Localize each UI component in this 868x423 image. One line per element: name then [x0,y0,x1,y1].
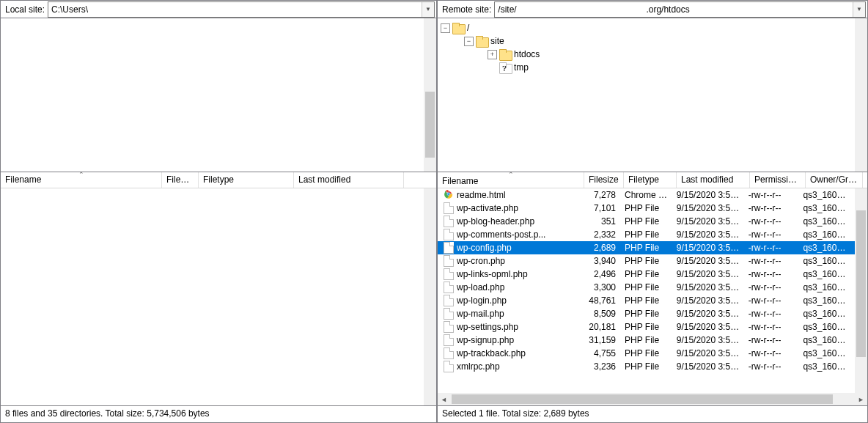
table-row[interactable]: xmlrpc.php3,236PHP File9/15/2020 3:56:..… [438,360,855,373]
cell-filesize: 2,496 [581,269,620,279]
cell-owner: qs3_160015... [798,361,855,372]
cell-lastmod: 9/15/2020 3:56:... [672,229,744,240]
col-lastmodified[interactable]: Last modified [677,172,750,188]
chevron-down-icon[interactable]: ▼ [853,2,865,17]
remote-site-label: Remote site: [438,4,494,15]
remote-list-body[interactable]: readme.html7,278Chrome H...9/15/2020 3:5… [438,188,867,405]
cell-lastmod: 9/15/2020 3:56:... [672,203,744,213]
cell-filesize: 2,689 [581,243,620,253]
tree-node-site[interactable]: − site [441,34,855,48]
cell-filesize: 48,761 [581,295,620,306]
table-row[interactable]: wp-login.php48,761PHP File9/15/2020 3:56… [438,294,855,307]
remote-tree[interactable]: − / − site + htdocs [438,18,867,172]
col-filetype[interactable]: Filetype [199,172,294,188]
scrollbar-vertical[interactable] [424,18,436,172]
local-list-body[interactable] [1,188,436,405]
cell-permissions: -rw-r--r-- [744,190,799,200]
table-row[interactable]: wp-links-opml.php2,496PHP File9/15/2020 … [438,268,855,281]
col-ownergroup[interactable]: Owner/Group [806,172,863,188]
col-permissions[interactable]: Permissions [750,172,806,188]
cell-filetype: PHP File [620,361,672,372]
cell-owner: qs3_160015... [798,309,855,319]
cell-filetype: PHP File [620,282,672,293]
cell-filename: wp-links-opml.php [438,268,581,280]
file-icon [444,282,454,293]
tree-node-tmp[interactable]: ? tmp [441,61,855,74]
cell-lastmod: 9/15/2020 3:56:... [672,243,744,253]
local-path-input[interactable] [48,4,422,15]
cell-filesize: 3,236 [581,361,620,372]
scroll-right-icon[interactable]: ► [855,393,867,405]
cell-filename: wp-login.php [438,295,581,306]
collapse-icon[interactable]: − [441,23,450,33]
cell-filename: wp-trackback.php [438,347,581,359]
table-row[interactable]: wp-blog-header.php351PHP File9/15/2020 3… [438,215,855,228]
file-icon [444,295,454,306]
cell-lastmod: 9/15/2020 3:56:... [672,282,744,293]
remote-path-combo[interactable]: ▼ [494,1,866,18]
col-filesize[interactable]: Filesize [162,172,199,188]
col-filetype[interactable]: Filetype [624,172,677,188]
cell-permissions: -rw-r--r-- [744,269,799,279]
cell-filesize: 3,940 [581,256,620,266]
scrollbar-vertical[interactable] [855,188,867,405]
cell-lastmod: 9/15/2020 3:56:... [672,216,744,227]
col-filename[interactable]: Filename [438,172,584,188]
table-row[interactable]: readme.html7,278Chrome H...9/15/2020 3:5… [438,188,855,202]
col-filename[interactable]: Filename [1,172,162,188]
cell-filename: wp-mail.php [438,308,581,320]
scroll-left-icon[interactable]: ◄ [438,393,450,405]
cell-permissions: -rw-r--r-- [744,256,799,266]
scrollbar-horizontal[interactable]: ◄ ► [438,393,867,405]
cell-filesize: 4,755 [581,348,620,358]
tree-node-root[interactable]: − / [441,21,855,34]
table-row[interactable]: wp-mail.php8,509PHP File9/15/2020 3:56:.… [438,307,855,320]
cell-owner: qs3_160015... [798,282,855,293]
table-row[interactable]: wp-trackback.php4,755PHP File9/15/2020 3… [438,347,855,360]
cell-lastmod: 9/15/2020 3:56:... [672,309,744,319]
table-row[interactable]: wp-comments-post.p...2,332PHP File9/15/2… [438,228,855,241]
file-icon [444,361,454,372]
col-lastmodified[interactable]: Last modified [294,172,404,188]
local-list-header[interactable]: Filename Filesize Filetype Last modified [1,172,436,188]
remote-status: Selected 1 file. Total size: 2,689 bytes [438,406,867,422]
remote-panel: Remote site: ▼ − / − site [437,0,868,423]
remote-list-header[interactable]: Filename Filesize Filetype Last modified… [438,172,867,188]
cell-filename: wp-blog-header.php [438,216,581,227]
cell-filetype: PHP File [620,216,672,227]
table-row[interactable]: wp-load.php3,300PHP File9/15/2020 3:56:.… [438,281,855,294]
tree-label: htdocs [514,49,540,59]
scrollbar-vertical[interactable] [855,18,867,172]
cell-filetype: PHP File [620,243,672,253]
table-row[interactable]: wp-cron.php3,940PHP File9/15/2020 3:56:.… [438,254,855,268]
cell-lastmod: 9/15/2020 3:56:... [672,322,744,332]
collapse-icon[interactable]: − [464,37,474,46]
cell-filename: wp-cron.php [438,255,581,267]
cell-filesize: 7,101 [581,203,620,213]
table-row[interactable]: wp-config.php2,689PHP File9/15/2020 3:56… [438,241,855,254]
file-icon [444,334,454,346]
cell-filetype: PHP File [620,203,672,213]
local-tree[interactable] [1,18,436,172]
expand-icon[interactable]: + [488,50,497,59]
cell-filename: readme.html [438,189,581,201]
file-icon [444,347,454,359]
cell-filesize: 3,300 [581,282,620,293]
local-path-combo[interactable]: ▼ [48,1,435,18]
table-row[interactable]: wp-settings.php20,181PHP File9/15/2020 3… [438,320,855,334]
cell-filetype: PHP File [620,269,672,279]
cell-permissions: -rw-r--r-- [744,243,799,253]
cell-permissions: -rw-r--r-- [744,322,799,332]
cell-owner: qs3_160015... [798,216,855,227]
table-row[interactable]: wp-activate.php7,101PHP File9/15/2020 3:… [438,202,855,215]
chevron-down-icon[interactable]: ▼ [422,2,434,17]
cell-filesize: 20,181 [581,322,620,332]
scrollbar-vertical[interactable] [424,188,436,405]
col-filesize[interactable]: Filesize [584,172,624,188]
cell-filetype: Chrome H... [620,190,672,200]
tree-node-htdocs[interactable]: + htdocs [441,48,855,61]
remote-path-input[interactable] [495,4,853,15]
table-row[interactable]: wp-signup.php31,159PHP File9/15/2020 3:5… [438,334,855,347]
file-icon [444,255,454,267]
cell-owner: qs3_160015... [798,190,855,200]
